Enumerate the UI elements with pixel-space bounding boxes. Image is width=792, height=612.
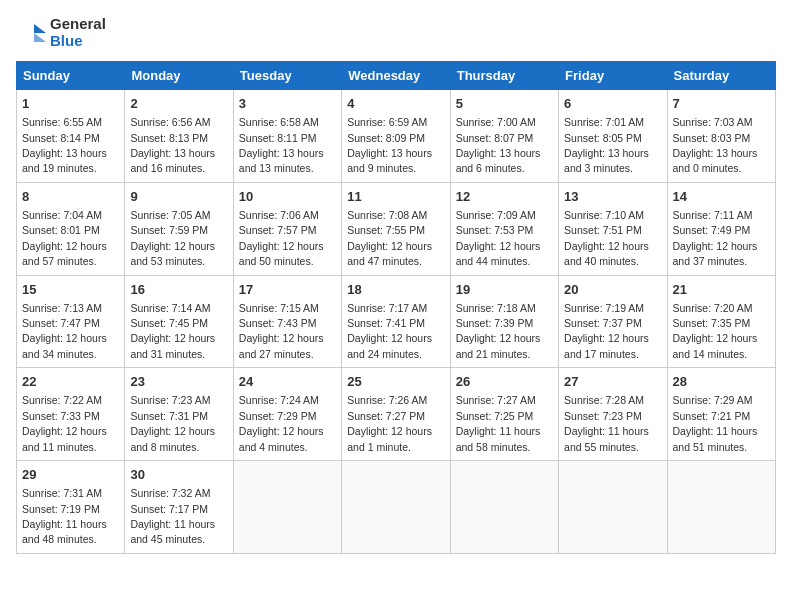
day-info: Sunrise: 7:01 AMSunset: 8:05 PMDaylight:… [564,116,649,174]
week-row-2: 8Sunrise: 7:04 AMSunset: 8:01 PMDaylight… [17,182,776,275]
day-number: 23 [130,373,227,391]
day-number: 19 [456,281,553,299]
day-cell: 9Sunrise: 7:05 AMSunset: 7:59 PMDaylight… [125,182,233,275]
day-info: Sunrise: 7:06 AMSunset: 7:57 PMDaylight:… [239,209,324,267]
day-info: Sunrise: 7:04 AMSunset: 8:01 PMDaylight:… [22,209,107,267]
day-info: Sunrise: 7:03 AMSunset: 8:03 PMDaylight:… [673,116,758,174]
day-number: 16 [130,281,227,299]
day-info: Sunrise: 7:32 AMSunset: 7:17 PMDaylight:… [130,487,215,545]
day-cell: 14Sunrise: 7:11 AMSunset: 7:49 PMDayligh… [667,182,775,275]
day-info: Sunrise: 6:55 AMSunset: 8:14 PMDaylight:… [22,116,107,174]
day-info: Sunrise: 7:05 AMSunset: 7:59 PMDaylight:… [130,209,215,267]
day-cell: 16Sunrise: 7:14 AMSunset: 7:45 PMDayligh… [125,275,233,368]
day-info: Sunrise: 7:15 AMSunset: 7:43 PMDaylight:… [239,302,324,360]
day-number: 14 [673,188,770,206]
day-number: 8 [22,188,119,206]
day-cell: 10Sunrise: 7:06 AMSunset: 7:57 PMDayligh… [233,182,341,275]
day-cell: 26Sunrise: 7:27 AMSunset: 7:25 PMDayligh… [450,368,558,461]
day-info: Sunrise: 7:00 AMSunset: 8:07 PMDaylight:… [456,116,541,174]
day-cell: 15Sunrise: 7:13 AMSunset: 7:47 PMDayligh… [17,275,125,368]
day-number: 5 [456,95,553,113]
day-info: Sunrise: 7:31 AMSunset: 7:19 PMDaylight:… [22,487,107,545]
day-cell: 17Sunrise: 7:15 AMSunset: 7:43 PMDayligh… [233,275,341,368]
day-info: Sunrise: 7:08 AMSunset: 7:55 PMDaylight:… [347,209,432,267]
day-number: 4 [347,95,444,113]
day-number: 17 [239,281,336,299]
day-info: Sunrise: 7:29 AMSunset: 7:21 PMDaylight:… [673,394,758,452]
day-number: 21 [673,281,770,299]
day-cell: 19Sunrise: 7:18 AMSunset: 7:39 PMDayligh… [450,275,558,368]
logo: General Blue [16,16,106,49]
day-cell: 24Sunrise: 7:24 AMSunset: 7:29 PMDayligh… [233,368,341,461]
day-info: Sunrise: 7:10 AMSunset: 7:51 PMDaylight:… [564,209,649,267]
day-cell: 1Sunrise: 6:55 AMSunset: 8:14 PMDaylight… [17,90,125,183]
day-cell: 23Sunrise: 7:23 AMSunset: 7:31 PMDayligh… [125,368,233,461]
day-cell [667,461,775,554]
day-cell: 7Sunrise: 7:03 AMSunset: 8:03 PMDaylight… [667,90,775,183]
day-number: 30 [130,466,227,484]
day-number: 3 [239,95,336,113]
day-cell [450,461,558,554]
day-info: Sunrise: 7:13 AMSunset: 7:47 PMDaylight:… [22,302,107,360]
day-cell: 8Sunrise: 7:04 AMSunset: 8:01 PMDaylight… [17,182,125,275]
header-cell-friday: Friday [559,62,667,90]
day-cell: 27Sunrise: 7:28 AMSunset: 7:23 PMDayligh… [559,368,667,461]
day-number: 11 [347,188,444,206]
day-number: 28 [673,373,770,391]
day-cell: 21Sunrise: 7:20 AMSunset: 7:35 PMDayligh… [667,275,775,368]
day-info: Sunrise: 7:27 AMSunset: 7:25 PMDaylight:… [456,394,541,452]
day-cell: 6Sunrise: 7:01 AMSunset: 8:05 PMDaylight… [559,90,667,183]
day-cell: 13Sunrise: 7:10 AMSunset: 7:51 PMDayligh… [559,182,667,275]
day-number: 20 [564,281,661,299]
header-cell-saturday: Saturday [667,62,775,90]
day-info: Sunrise: 7:19 AMSunset: 7:37 PMDaylight:… [564,302,649,360]
day-cell: 30Sunrise: 7:32 AMSunset: 7:17 PMDayligh… [125,461,233,554]
day-number: 13 [564,188,661,206]
day-info: Sunrise: 7:22 AMSunset: 7:33 PMDaylight:… [22,394,107,452]
day-cell: 22Sunrise: 7:22 AMSunset: 7:33 PMDayligh… [17,368,125,461]
day-info: Sunrise: 7:18 AMSunset: 7:39 PMDaylight:… [456,302,541,360]
day-number: 25 [347,373,444,391]
week-row-4: 22Sunrise: 7:22 AMSunset: 7:33 PMDayligh… [17,368,776,461]
day-cell: 20Sunrise: 7:19 AMSunset: 7:37 PMDayligh… [559,275,667,368]
day-info: Sunrise: 7:24 AMSunset: 7:29 PMDaylight:… [239,394,324,452]
day-info: Sunrise: 6:58 AMSunset: 8:11 PMDaylight:… [239,116,324,174]
week-row-1: 1Sunrise: 6:55 AMSunset: 8:14 PMDaylight… [17,90,776,183]
day-cell: 29Sunrise: 7:31 AMSunset: 7:19 PMDayligh… [17,461,125,554]
day-info: Sunrise: 7:09 AMSunset: 7:53 PMDaylight:… [456,209,541,267]
day-info: Sunrise: 6:59 AMSunset: 8:09 PMDaylight:… [347,116,432,174]
week-row-5: 29Sunrise: 7:31 AMSunset: 7:19 PMDayligh… [17,461,776,554]
header-cell-sunday: Sunday [17,62,125,90]
day-cell: 2Sunrise: 6:56 AMSunset: 8:13 PMDaylight… [125,90,233,183]
page-header: General Blue [16,16,776,49]
header-cell-monday: Monday [125,62,233,90]
header-row: SundayMondayTuesdayWednesdayThursdayFrid… [17,62,776,90]
day-number: 27 [564,373,661,391]
day-cell: 25Sunrise: 7:26 AMSunset: 7:27 PMDayligh… [342,368,450,461]
header-cell-tuesday: Tuesday [233,62,341,90]
day-info: Sunrise: 7:20 AMSunset: 7:35 PMDaylight:… [673,302,758,360]
day-number: 1 [22,95,119,113]
day-number: 18 [347,281,444,299]
day-number: 10 [239,188,336,206]
day-cell: 12Sunrise: 7:09 AMSunset: 7:53 PMDayligh… [450,182,558,275]
day-cell: 28Sunrise: 7:29 AMSunset: 7:21 PMDayligh… [667,368,775,461]
day-number: 12 [456,188,553,206]
week-row-3: 15Sunrise: 7:13 AMSunset: 7:47 PMDayligh… [17,275,776,368]
day-cell [559,461,667,554]
header-cell-wednesday: Wednesday [342,62,450,90]
day-cell [233,461,341,554]
day-info: Sunrise: 6:56 AMSunset: 8:13 PMDaylight:… [130,116,215,174]
day-info: Sunrise: 7:14 AMSunset: 7:45 PMDaylight:… [130,302,215,360]
day-cell [342,461,450,554]
day-number: 26 [456,373,553,391]
day-info: Sunrise: 7:28 AMSunset: 7:23 PMDaylight:… [564,394,649,452]
header-cell-thursday: Thursday [450,62,558,90]
day-info: Sunrise: 7:17 AMSunset: 7:41 PMDaylight:… [347,302,432,360]
day-number: 22 [22,373,119,391]
calendar-table: SundayMondayTuesdayWednesdayThursdayFrid… [16,61,776,554]
day-cell: 5Sunrise: 7:00 AMSunset: 8:07 PMDaylight… [450,90,558,183]
day-cell: 11Sunrise: 7:08 AMSunset: 7:55 PMDayligh… [342,182,450,275]
day-number: 24 [239,373,336,391]
day-number: 6 [564,95,661,113]
